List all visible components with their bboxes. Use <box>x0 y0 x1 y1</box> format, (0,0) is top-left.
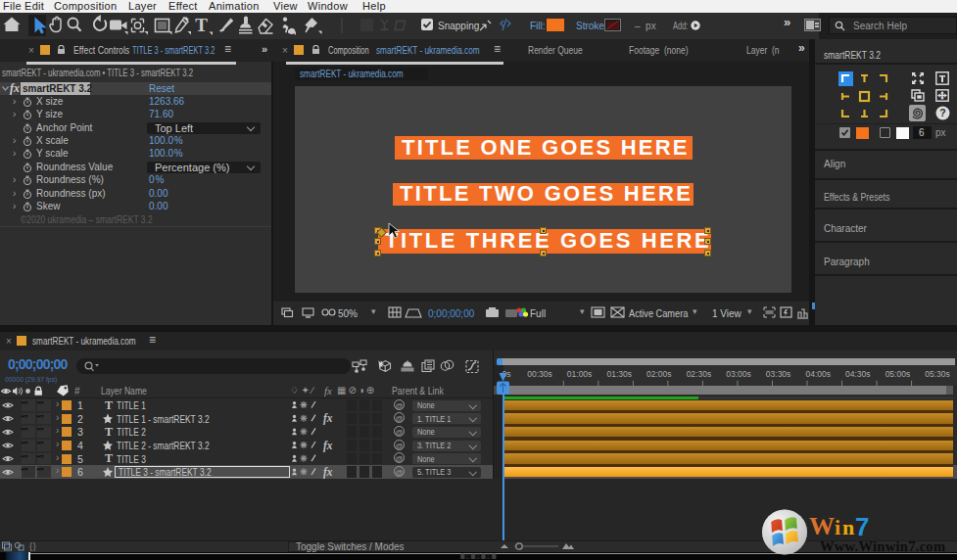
svg-text:{ }: { } <box>29 541 36 551</box>
svg-text:T: T <box>195 15 208 35</box>
svg-text:i: i <box>835 515 840 539</box>
svg-text:Www.Winwin7.com: Www.Winwin7.com <box>820 538 945 554</box>
svg-text:7: 7 <box>855 512 869 541</box>
svg-text:W: W <box>809 512 835 540</box>
svg-text:?: ? <box>939 107 945 118</box>
svg-text:n: n <box>842 515 854 539</box>
